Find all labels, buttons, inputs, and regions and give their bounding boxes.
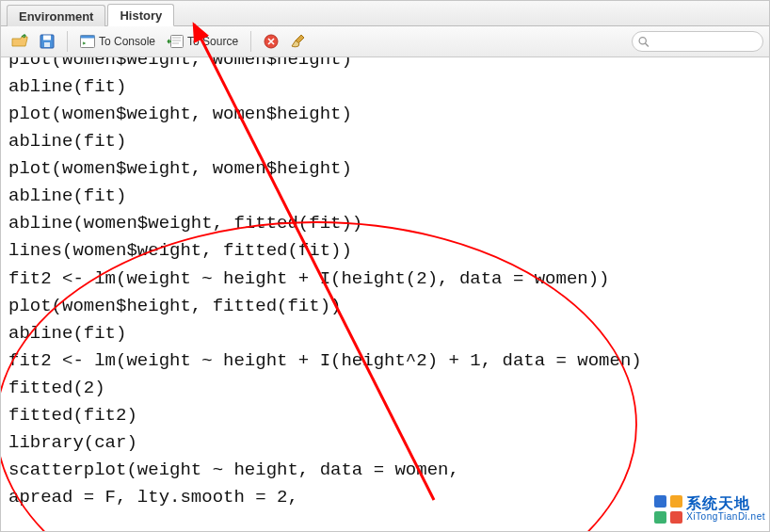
svg-rect-2	[44, 42, 50, 47]
history-line[interactable]: scatterplot(weight ~ height, data = wome…	[8, 457, 762, 484]
to-source-label: To Source	[187, 35, 238, 48]
history-line[interactable]: abline(fit)	[8, 73, 762, 101]
svg-rect-5	[171, 36, 184, 48]
history-line[interactable]: plot(women$height, fitted(fit))	[8, 293, 762, 320]
tab-environment[interactable]: Environment	[7, 5, 105, 26]
tab-label: History	[120, 8, 162, 23]
source-icon	[167, 35, 184, 48]
history-line[interactable]: abline(fit)	[8, 183, 762, 210]
separator	[67, 31, 68, 52]
svg-rect-1	[43, 36, 51, 40]
search-icon	[638, 36, 650, 48]
clear-button[interactable]	[285, 30, 312, 53]
history-line[interactable]: plot(women$weight, women$height)	[8, 155, 762, 183]
history-line[interactable]: abline(fit)	[8, 320, 762, 347]
history-list[interactable]: plot(women$weight, women$height)abline(f…	[1, 57, 769, 532]
history-line[interactable]: fitted(2)	[8, 375, 762, 402]
tab-strip: Environment History	[1, 1, 769, 26]
open-file-button[interactable]	[7, 31, 33, 52]
history-line[interactable]: apread = F, lty.smooth = 2,	[8, 484, 762, 511]
history-line[interactable]: plot(women$weight, women$height)	[8, 101, 762, 128]
save-button[interactable]	[35, 31, 59, 52]
broom-icon	[290, 33, 307, 50]
svg-rect-4	[81, 36, 95, 39]
floppy-disk-icon	[40, 34, 55, 49]
history-line[interactable]: fit2 <- lm(weight ~ height + I(height(2)…	[8, 266, 762, 293]
history-line[interactable]: fitted(fit2)	[8, 402, 762, 429]
to-console-label: To Console	[99, 35, 155, 48]
history-line[interactable]: library(car)	[8, 429, 762, 457]
console-icon	[80, 35, 95, 48]
folder-open-icon	[11, 34, 28, 49]
history-line[interactable]: lines(women$weight, fitted(fit))	[8, 237, 762, 265]
history-line[interactable]: plot(women$weight, women$height)	[8, 57, 762, 73]
search-box[interactable]	[632, 31, 763, 52]
tab-label: Environment	[19, 9, 93, 24]
search-input[interactable]	[650, 35, 757, 48]
toolbar: To Console To Source	[1, 26, 769, 57]
svg-point-7	[639, 37, 646, 43]
separator	[250, 31, 251, 52]
history-line[interactable]: fit2 <- lm(weight ~ height + I(height^2)…	[8, 347, 762, 375]
delete-circle-icon	[264, 34, 279, 49]
delete-button[interactable]	[259, 31, 283, 52]
to-console-button[interactable]: To Console	[75, 32, 160, 51]
history-line[interactable]: abline(fit)	[8, 128, 762, 155]
to-source-button[interactable]: To Source	[162, 32, 243, 51]
history-line[interactable]: abline(women$weight, fitted(fit))	[8, 210, 762, 237]
tab-history[interactable]: History	[107, 4, 174, 26]
